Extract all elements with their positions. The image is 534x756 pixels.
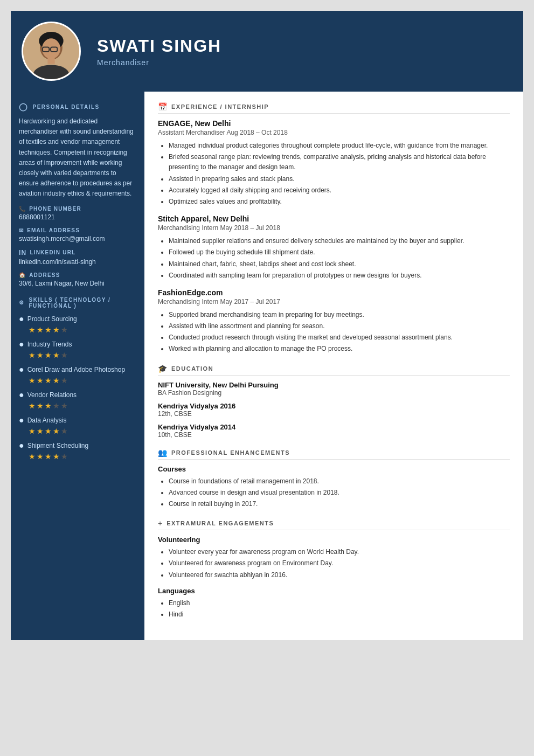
volunteering-list: Volunteer every year for awareness progr…: [158, 547, 510, 580]
email-icon: ✉: [19, 227, 24, 233]
degree-name: 10th, CBSE: [158, 431, 510, 439]
skill-stars: ★★★★★: [29, 325, 136, 334]
volunteer-item: Volunteered for swachta abhiyan in 2016.: [169, 570, 510, 580]
sidebar: ◯ PERSONAL DETAILS Hardworking and dedic…: [11, 92, 144, 640]
school-name: Kendriya Vidyalya 2016: [158, 402, 510, 410]
phone-label: 📞 Phone Number: [19, 206, 136, 212]
job-bullets: Supported brand merchandising team in pr…: [158, 310, 510, 355]
language-item: English: [169, 598, 510, 608]
star-filled: ★: [29, 376, 36, 385]
volunteering-title: Volunteering: [158, 536, 510, 544]
email-value: swatisingh.merch@gmail.com: [19, 235, 136, 242]
linkedin-label: in Linkedin URL: [19, 249, 136, 256]
course-item: Advanced course in design and visual pre…: [169, 488, 510, 498]
skill-item: ● Data Analysis★★★★★: [19, 415, 136, 435]
job-bullets: Maintained supplier relations and ensure…: [158, 236, 510, 281]
company-name: Stitch Apparel, New Delhi: [158, 214, 510, 223]
skill-bullet: ●: [19, 365, 24, 374]
bullet-item: Accurately logged all daily shipping and…: [169, 185, 510, 196]
skill-item: ● Shipment Scheduling★★★★★: [19, 441, 136, 461]
star-filled: ★: [29, 401, 36, 410]
email-label: ✉ Email Address: [19, 227, 136, 233]
address-label: 🏠 Address: [19, 272, 136, 278]
extramural-section: + EXTRAMURAL ENGAGEMENTS Volunteering Vo…: [158, 519, 510, 620]
experience-section: 📅 EXPERIENCE / INTERNSHIP ENGAGE, New De…: [158, 102, 510, 355]
skill-stars: ★★★★★: [29, 452, 136, 461]
skill-bullet: ●: [19, 390, 24, 400]
star-filled: ★: [45, 427, 52, 435]
candidate-subtitle: Merchandiser: [97, 58, 221, 67]
star-empty: ★: [61, 401, 68, 410]
star-filled: ★: [29, 452, 36, 461]
experience-entry: Stitch Apparel, New DelhiMerchandising I…: [158, 214, 510, 281]
courses-list: Course in foundations of retail manageme…: [158, 476, 510, 510]
profile-photo: [22, 22, 81, 81]
star-empty: ★: [61, 452, 68, 461]
star-filled: ★: [37, 325, 44, 334]
skill-name: ● Industry Trends: [19, 339, 136, 349]
bullet-item: Assisted with line assortment and planni…: [169, 321, 510, 331]
company-name: ENGAGE, New Delhi: [158, 119, 510, 128]
job-role: Merchandising Intern May 2017 – Jul 2017: [158, 298, 510, 306]
bullet-item: Conducted product research through visit…: [169, 332, 510, 343]
phone-value: 6888001121: [19, 213, 136, 221]
star-filled: ★: [37, 376, 44, 385]
candidate-name: SWATI SINGH: [97, 36, 221, 56]
course-item: Course in foundations of retail manageme…: [169, 476, 510, 487]
star-filled: ★: [37, 427, 44, 435]
main-content: 📅 EXPERIENCE / INTERNSHIP ENGAGE, New De…: [144, 92, 523, 640]
experience-list: ENGAGE, New DelhiAssistant Merchandiser …: [158, 119, 510, 355]
resume-container: SWATI SINGH Merchandiser ◯ PERSONAL DETA…: [11, 11, 523, 640]
star-filled: ★: [29, 427, 36, 435]
bullet-item: Supported brand merchandising team in pr…: [169, 310, 510, 320]
star-filled: ★: [53, 351, 60, 359]
school-name: NIFT University, New Delhi Pursuing: [158, 381, 510, 389]
experience-entry: ENGAGE, New DelhiAssistant Merchandiser …: [158, 119, 510, 207]
skill-item: ● Product Sourcing★★★★★: [19, 314, 136, 334]
linkedin-value: linkedin.com/in/swati-singh: [19, 258, 136, 266]
bullet-item: Followed up the buying schedule till shi…: [169, 247, 510, 258]
address-value: 30/6, Laxmi Nagar, New Delhi: [19, 280, 136, 287]
degree-name: 12th, CBSE: [158, 410, 510, 418]
svg-rect-8: [47, 58, 54, 64]
skill-bullet: ●: [19, 339, 24, 349]
education-entry: Kendriya Vidyalya 201612th, CBSE: [158, 402, 510, 418]
education-list: NIFT University, New Delhi PursuingBA Fa…: [158, 381, 510, 439]
course-item: Course in retail buying in 2017.: [169, 499, 510, 509]
star-empty: ★: [61, 427, 68, 435]
star-filled: ★: [53, 452, 60, 461]
star-filled: ★: [53, 325, 60, 334]
volunteer-item: Volunteer every year for awareness progr…: [169, 547, 510, 557]
job-bullets: Managed individual product categories th…: [158, 141, 510, 207]
education-entry: Kendriya Vidyalya 201410th, CBSE: [158, 423, 510, 439]
education-icon: 🎓: [158, 364, 167, 373]
star-filled: ★: [29, 351, 36, 359]
home-icon: 🏠: [19, 272, 26, 278]
star-empty: ★: [61, 351, 68, 359]
star-empty: ★: [61, 325, 68, 334]
extramural-icon: +: [158, 519, 162, 528]
skill-item: ● Industry Trends★★★★★: [19, 339, 136, 359]
star-filled: ★: [29, 325, 36, 334]
skill-item: ● Corel Draw and Adobe Photoshop★★★★★: [19, 365, 136, 385]
skills-icon: ⚙: [19, 300, 25, 306]
bio-text: Hardworking and dedicated merchandiser w…: [19, 116, 136, 199]
education-section: 🎓 EDUCATION NIFT University, New Delhi P…: [158, 364, 510, 439]
star-filled: ★: [45, 376, 52, 385]
skill-name: ● Data Analysis: [19, 415, 136, 425]
languages-list: EnglishHindi: [158, 598, 510, 620]
star-filled: ★: [45, 325, 52, 334]
star-filled: ★: [53, 427, 60, 435]
bullet-item: Optimized sales values and profitability…: [169, 197, 510, 207]
linkedin-icon: in: [19, 249, 26, 256]
phone-icon: 📞: [19, 206, 26, 212]
skill-name: ● Shipment Scheduling: [19, 441, 136, 450]
experience-header: 📅 EXPERIENCE / INTERNSHIP: [158, 102, 510, 114]
bullet-item: Managed individual product categories th…: [169, 141, 510, 151]
enhancements-section: 👥 PROFESSIONAL ENHANCEMENTS Courses Cour…: [158, 448, 510, 510]
star-filled: ★: [37, 401, 44, 410]
header-info: SWATI SINGH Merchandiser: [97, 36, 221, 67]
header: SWATI SINGH Merchandiser: [11, 11, 523, 92]
education-entry: NIFT University, New Delhi PursuingBA Fa…: [158, 381, 510, 397]
enhancements-header: 👥 PROFESSIONAL ENHANCEMENTS: [158, 448, 510, 460]
